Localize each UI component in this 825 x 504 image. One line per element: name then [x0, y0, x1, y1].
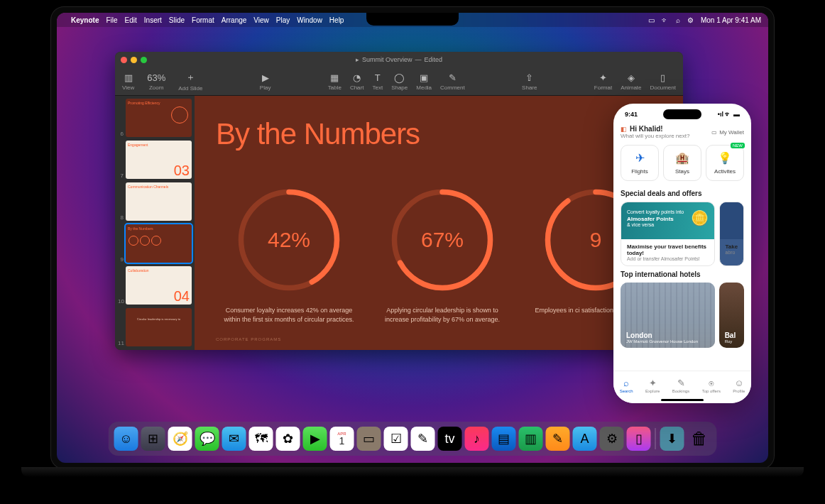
wifi-icon[interactable]: ᯤ [662, 16, 669, 24]
window-titlebar[interactable]: ▸ Summit Overview — Edited [115, 52, 683, 67]
dock-pages[interactable]: ✎ [546, 427, 570, 451]
laptop-base [21, 467, 804, 477]
menu-file[interactable]: File [106, 16, 117, 24]
dock-reminders[interactable]: ☑ [384, 427, 408, 451]
phone-subtitle: What will you explore next? [621, 133, 689, 139]
menubar-app-name[interactable]: Keynote [71, 16, 99, 24]
fullscreen-button[interactable] [141, 57, 147, 63]
hotel-card[interactable]: London JW Marriott Grosvenor House Londo… [621, 283, 715, 348]
traffic-lights [121, 57, 147, 63]
tab-search[interactable]: ⌕Search [620, 378, 633, 393]
slide-thumb-10[interactable]: Collaboration04 [126, 266, 192, 305]
keynote-toolbar: ▥View 63%Zoom ＋Add Slide ▶Play ▦Table ◔C… [115, 67, 683, 96]
stats-row: 42% Consumer loyalty increases 42% on av… [216, 187, 662, 324]
slide-thumb-11[interactable]: Circular leadership is necessary to [126, 308, 192, 346]
dock-mail[interactable]: ✉ [222, 427, 246, 451]
macbook-frame: Keynote File Edit Insert Slide Format Ar… [51, 7, 774, 469]
toolbar-share[interactable]: ⇧Share [522, 72, 537, 91]
hotels-title: Top international hotels [621, 270, 744, 278]
deals-title: Special deals and offers [621, 190, 744, 197]
iphone-mirror-window[interactable]: 9:41 •ıl ᯤ ▬ ◧ Hi Khalid! What will you … [613, 104, 751, 403]
dock-contacts[interactable]: ▭ [357, 427, 381, 451]
promo-headline: Maximise your travel benefits today! [627, 243, 709, 256]
toolbar-view[interactable]: ▥View [122, 72, 134, 91]
stat-0[interactable]: 42% Consumer loyalty increases 42% on av… [223, 187, 355, 324]
toolbar-shape[interactable]: ◯Shape [391, 72, 408, 91]
menu-help[interactable]: Help [329, 16, 344, 24]
dock-facetime[interactable]: ▶ [303, 427, 327, 451]
wallet-icon: ▭ [711, 129, 717, 136]
dock-music[interactable]: ♪ [465, 427, 489, 451]
dock-settings[interactable]: ⚙ [600, 427, 624, 451]
menu-edit[interactable]: Edit [125, 16, 137, 24]
toolbar-document[interactable]: ▯Document [650, 72, 676, 91]
slide-thumb-6[interactable]: Promoting Efficiency [126, 99, 192, 137]
toolbar-media[interactable]: ▣Media [416, 72, 432, 91]
tab-explore[interactable]: ✦Explore [645, 378, 660, 393]
dock-appstore[interactable]: A [573, 427, 597, 451]
dock-notes[interactable]: ✎ [411, 427, 435, 451]
toolbar-chart[interactable]: ◔Chart [350, 72, 364, 91]
tab-profile[interactable]: ☺Profile [733, 378, 745, 393]
dock-downloads[interactable]: ⬇ [660, 427, 684, 451]
home-indicator[interactable] [661, 399, 704, 401]
document-icon: ▸ [356, 56, 359, 63]
dock-messages[interactable]: 💬 [195, 427, 219, 451]
dynamic-island [663, 109, 701, 119]
toolbar-text[interactable]: TText [372, 72, 383, 91]
dock-calendar[interactable]: APR1 [330, 427, 354, 451]
close-button[interactable] [121, 57, 127, 63]
promo-card[interactable]: Convert loyalty points into Almosafer Po… [621, 202, 715, 266]
toolbar-format[interactable]: ✦Format [594, 72, 612, 91]
dock-iphone-mirroring[interactable]: ▯ [627, 427, 651, 451]
action-activites[interactable]: NEW💡Activites [706, 145, 744, 181]
dock-launchpad[interactable]: ⊞ [141, 427, 165, 451]
battery-icon[interactable]: ▭ [648, 16, 655, 24]
dock-keynote[interactable]: ▤ [492, 427, 516, 451]
document-title[interactable]: Summit Overview [362, 56, 412, 63]
document-separator: — [415, 56, 421, 63]
tab-top-offers[interactable]: ⍟Top offers [702, 378, 721, 393]
menu-window[interactable]: Window [297, 16, 322, 24]
toolbar-zoom[interactable]: 63%Zoom [147, 72, 165, 91]
action-flights[interactable]: ✈Flights [621, 145, 659, 181]
toolbar-animate[interactable]: ◈Animate [621, 72, 641, 91]
dock-safari[interactable]: 🧭 [168, 427, 192, 451]
phone-time: 9:41 [625, 111, 638, 118]
tab-bookings[interactable]: ✎Bookings [672, 378, 690, 393]
hotel-city: London [626, 332, 698, 339]
minimize-button[interactable] [131, 57, 137, 63]
dock-numbers[interactable]: ▥ [519, 427, 543, 451]
slide-title[interactable]: By the Numbers [216, 117, 662, 151]
hotel-card-next[interactable]: BalRoy [719, 283, 744, 348]
dock-photos[interactable]: ✿ [276, 427, 300, 451]
dock-tv[interactable]: tv [438, 427, 462, 451]
slide-thumb-7[interactable]: Engagement03 [126, 141, 192, 179]
slide-footer[interactable]: CORPORATE PROGRAMS [216, 337, 281, 341]
action-stays[interactable]: 🏨Stays [663, 145, 701, 181]
slide-thumb-9[interactable]: By the Numbers [126, 224, 192, 263]
dock-maps[interactable]: 🗺 [249, 427, 273, 451]
control-center-icon[interactable]: ⚙ [687, 16, 694, 24]
promo-card-next[interactable]: Takeabro [719, 202, 745, 266]
menu-format[interactable]: Format [192, 16, 214, 24]
wallet-button[interactable]: ▭My Wallet [711, 129, 744, 136]
spotlight-icon[interactable]: ⌕ [676, 16, 680, 24]
toolbar-table[interactable]: ▦Table [328, 72, 342, 91]
menu-play[interactable]: Play [276, 16, 290, 24]
slide-canvas[interactable]: By the Numbers 42% Consumer loyalty incr… [195, 96, 683, 350]
menu-slide[interactable]: Slide [169, 16, 185, 24]
toolbar-add-slide[interactable]: ＋Add Slide [178, 71, 202, 92]
toolbar-play[interactable]: ▶Play [260, 72, 271, 91]
toolbar-comment[interactable]: ✎Comment [440, 72, 465, 91]
menu-insert[interactable]: Insert [144, 16, 162, 24]
menu-arrange[interactable]: Arrange [222, 16, 247, 24]
dock-finder[interactable]: ☺ [114, 427, 138, 451]
dock-trash[interactable]: 🗑 [687, 427, 711, 451]
menu-view[interactable]: View [253, 16, 269, 24]
slide-navigator[interactable]: 6 Promoting Efficiency 7 Engagement03 8 … [115, 96, 195, 350]
slide-thumb-8[interactable]: Communication Channels [126, 182, 192, 221]
stat-1[interactable]: 67% Applying circular leadership is show… [376, 187, 508, 324]
dock-separator [655, 428, 656, 449]
menubar-clock[interactable]: Mon 1 Apr 9:41 AM [701, 16, 761, 24]
